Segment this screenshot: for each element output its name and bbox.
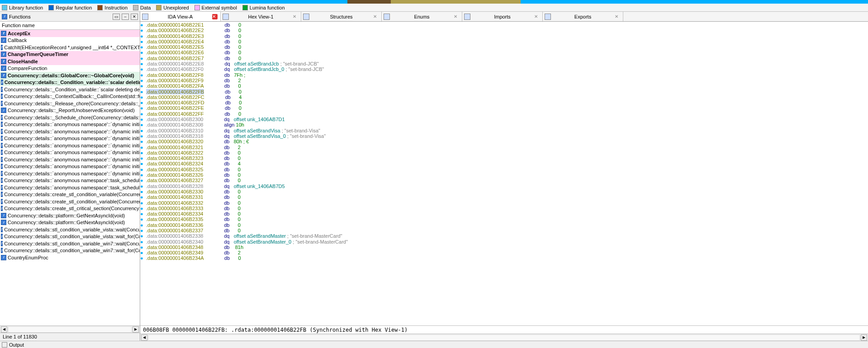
function-row[interactable]: fConcurrency::details::`anonymous namesp… [0,121,140,128]
disasm-line[interactable]: ● .data:00000001406B2328 dq offset unk_1… [140,183,868,189]
disasm-line[interactable]: ● .data:00000001406B22E6 db 0 [140,50,868,55]
function-row[interactable]: fChangeTimerQueueTimer [0,51,140,58]
disasm-line[interactable]: ● .data:00000001406B2331 db 0 [140,194,868,200]
disasm-line[interactable]: ● .data:00000001406B2321 db 2 [140,145,868,150]
function-row[interactable]: fCountryEnumProc [0,254,140,261]
function-row[interactable]: fConcurrency::details::stl_condition_var… [0,233,140,240]
disasm-line[interactable]: ● .data:00000001406B22E3 db 0 [140,33,868,39]
disasm-line[interactable]: ● .data:00000001406B22E4 db 0 [140,39,868,44]
scroll-right-icon[interactable]: ▶ [133,326,139,333]
disasm-line[interactable]: ● .data:00000001406B2308 align 10h [140,122,868,127]
disassembly-view[interactable]: ● .data:00000001406B22E1 db 0● .data:000… [140,22,868,325]
function-row[interactable]: fConcurrency::details::`anonymous namesp… [0,177,140,184]
disasm-line[interactable]: ● .data:00000001406B2326 db 0 [140,172,868,178]
disasm-line[interactable]: ● .data:00000001406B2300 dq offset unk_1… [140,117,868,122]
disasm-line[interactable]: ● .data:00000001406B2310 dq offset aSetB… [140,128,868,133]
function-row[interactable]: fConcurrency::details::`anonymous namesp… [0,184,140,191]
function-row[interactable]: fCatchIt(EHExceptionRecord *,unsigned __… [0,44,140,51]
tab-close-icon[interactable]: ✕ [454,14,459,19]
tab-close-icon[interactable]: ✕ [534,14,540,19]
disasm-line[interactable]: ● .data:00000001406B22FD db 0 [140,100,868,105]
output-panel-header[interactable]: Output [0,341,868,348]
function-row[interactable]: fConcurrency::details::platform::GetNext… [0,212,140,219]
disasm-line[interactable]: ● .data:00000001406B22FE db 0 [140,105,868,111]
disasm-line[interactable]: ● .data:00000001406B22E2 db 0 [140,28,868,33]
disasm-line[interactable]: ● .data:00000001406B22E8 dq offset aSetB… [140,61,868,66]
disasm-line[interactable]: ● .data:00000001406B22FC db 4 [140,94,868,100]
scroll-right-icon[interactable]: ▶ [861,334,867,341]
disasm-line[interactable]: ● .data:00000001406B22E7 db 0 [140,56,868,61]
disasm-line[interactable]: ● .data:00000001406B2337 db 0 [140,228,868,233]
function-row[interactable]: fConcurrency::details::`anonymous namesp… [0,128,140,135]
disasm-line[interactable]: ● .data:00000001406B22E5 db 0 [140,44,868,50]
function-row[interactable]: fCompareFunction [0,65,140,72]
disasm-line[interactable]: ● .data:00000001406B2349 db 2 [140,250,868,255]
functions-hscrollbar[interactable]: ◀ ▶ [0,325,140,333]
function-row[interactable]: fConcurrency::details::`anonymous namesp… [0,156,140,163]
disasm-line[interactable]: ● .data:00000001406B22F0 dq offset aSetB… [140,66,868,72]
scroll-track[interactable] [8,326,132,333]
disasm-line[interactable]: ● .data:00000001406B22E1 db 0 [140,22,868,28]
tab-enums[interactable]: Enums✕ [382,12,462,21]
function-row[interactable]: fConcurrency::details::create_stl_condit… [0,191,140,198]
disasm-line[interactable]: ● .data:00000001406B2327 db 0 [140,178,868,183]
scroll-left-icon[interactable]: ◀ [141,334,147,341]
disasm-line[interactable]: ● .data:00000001406B2324 db 4 [140,161,868,166]
disasm-line[interactable]: ● .data:00000001406B2325 db 0 [140,167,868,172]
tab-imports[interactable]: Imports✕ [462,12,543,21]
disasm-hscrollbar[interactable]: ◀ ▶ [140,334,868,341]
disasm-line[interactable]: ● .data:00000001406B2333 db 0 [140,206,868,211]
function-row[interactable]: fConcurrency::details::stl_condition_var… [0,240,140,247]
tab-close-icon[interactable]: ✕ [212,14,218,19]
disasm-line[interactable]: ● .data:00000001406B22FA db 0 [140,83,868,89]
disasm-line[interactable]: ● .data:00000001406B22FB db 0 [140,89,868,94]
panel-restore-button[interactable]: ▭ [113,14,120,20]
disasm-line[interactable]: ● .data:00000001406B2320 db 80h ; € [140,139,868,144]
tab-ida-view-a[interactable]: IDA View-A✕ [140,12,221,21]
disasm-line[interactable]: ● .data:00000001406B2330 db 0 [140,189,868,194]
disasm-line[interactable]: ● .data:00000001406B22F9 db 2 [140,78,868,83]
function-row[interactable]: fConcurrency::details::_ContextCallback:… [0,93,140,100]
functions-column-header[interactable]: Function name [0,22,140,30]
disasm-line[interactable]: ● .data:00000001406B2318 dq offset aSetB… [140,133,868,139]
function-row[interactable]: fCloseHandle [0,58,140,65]
function-row[interactable]: fConcurrency::details::platform::GetNext… [0,219,140,226]
function-row[interactable]: fConcurrency::details::_Schedule_chore(C… [0,114,140,121]
function-row[interactable]: fConcurrency::details::`anonymous namesp… [0,163,140,170]
function-row[interactable]: fConcurrency::details::_Release_chore(Co… [0,100,140,107]
function-row[interactable]: fConcurrency::details::create_stl_condit… [0,198,140,205]
tab-close-icon[interactable]: ✕ [373,14,379,19]
disasm-line[interactable]: ● .data:00000001406B2322 db 0 [140,150,868,155]
tab-close-icon[interactable]: ✕ [293,14,298,19]
disasm-line[interactable]: ● .data:00000001406B2334 db 0 [140,211,868,216]
function-row[interactable]: fConcurrency::details::create_stl_critic… [0,205,140,212]
function-row[interactable]: fConcurrency::details::_ReportUnobserved… [0,107,140,114]
disasm-line[interactable]: ● .data:00000001406B22FF db 0 [140,111,868,117]
disasm-line[interactable]: ● .data:00000001406B2335 db 0 [140,216,868,222]
function-row[interactable]: fConcurrency::details::stl_condition_var… [0,226,140,233]
tab-structures[interactable]: Structures✕ [301,12,382,21]
function-row[interactable]: fCallback [0,37,140,44]
disasm-line[interactable]: ● .data:00000001406B2336 db 0 [140,222,868,228]
disasm-line[interactable]: ● .data:00000001406B2338 dq offset aSetB… [140,233,868,239]
function-row[interactable]: fConcurrency::details::GlobalCore::~Glob… [0,72,140,79]
function-row[interactable]: fAcceptEx [0,30,140,37]
function-row[interactable]: fConcurrency::details::`anonymous namesp… [0,170,140,177]
panel-close-button[interactable]: ✕ [131,14,138,20]
functions-list[interactable]: fAcceptExfCallbackfCatchIt(EHExceptionRe… [0,30,140,325]
panel-minimize-button[interactable]: – [122,14,129,20]
navigation-overview-bar[interactable] [0,0,868,4]
tab-close-icon[interactable]: ✕ [615,14,620,19]
scroll-track[interactable] [148,334,860,341]
disasm-line[interactable]: ● .data:00000001406B2348 db 81h [140,245,868,250]
disasm-line[interactable]: ● .data:00000001406B2323 db 0 [140,155,868,161]
disasm-line[interactable]: ● .data:00000001406B2332 db 0 [140,200,868,206]
tab-hex-view-1[interactable]: Hex View-1✕ [221,12,301,21]
function-row[interactable]: fConcurrency::details::stl_condition_var… [0,247,140,254]
function-row[interactable]: fConcurrency::details::`anonymous namesp… [0,142,140,149]
function-row[interactable]: fConcurrency::details::_Condition_variab… [0,86,140,93]
function-row[interactable]: fConcurrency::details::`anonymous namesp… [0,135,140,142]
tab-exports[interactable]: Exports✕ [543,12,623,21]
disasm-line[interactable]: ● .data:00000001406B234A db 0 [140,255,868,261]
function-row[interactable]: fConcurrency::details::_Condition_variab… [0,79,140,86]
